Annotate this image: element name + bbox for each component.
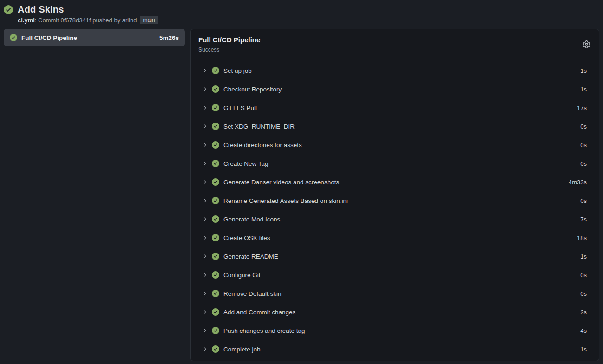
run-header-text: Add Skins ci.yml: Commit 0f678d341f push… bbox=[18, 4, 158, 24]
commit-line: ci.yml: Commit 0f678d341f pushed by arli… bbox=[18, 16, 137, 24]
job-success-check-circle-icon bbox=[10, 34, 17, 41]
step-name: Checkout Repository bbox=[223, 86, 282, 93]
step-success-check-circle-icon bbox=[212, 123, 219, 130]
step-success-check-circle-icon bbox=[212, 160, 219, 167]
step-name: Create directories for assets bbox=[223, 142, 302, 149]
step-duration: 1s bbox=[580, 67, 587, 74]
chevron-right-icon[interactable] bbox=[202, 309, 208, 315]
step-duration: 18s bbox=[577, 234, 587, 241]
gear-icon[interactable] bbox=[582, 39, 591, 49]
step-name: Create New Tag bbox=[223, 160, 269, 167]
step-duration: 0s bbox=[580, 160, 587, 167]
step-row[interactable]: Generate README 1s bbox=[191, 247, 599, 266]
job-status-text: Success bbox=[198, 46, 260, 53]
job-panel-titles: Full CI/CD Pipeline Success bbox=[198, 35, 260, 53]
steps-list: Set up job 1s Checkout Repository 1s Git… bbox=[191, 59, 599, 361]
step-duration: 0s bbox=[580, 123, 587, 130]
step-name: Rename Generated Assets Based on skin.in… bbox=[223, 197, 348, 204]
step-name: Remove Default skin bbox=[223, 290, 282, 297]
step-row[interactable]: Set up job 1s bbox=[191, 61, 599, 80]
chevron-right-icon[interactable] bbox=[202, 68, 208, 73]
step-duration: 1s bbox=[580, 346, 587, 353]
job-panel-title: Full CI/CD Pipeline bbox=[198, 35, 260, 45]
run-success-check-circle-icon bbox=[4, 5, 13, 14]
step-row[interactable]: Generate Mod Icons 7s bbox=[191, 210, 599, 228]
job-detail-panel: Full CI/CD Pipeline Success Set up job 1… bbox=[190, 29, 599, 361]
chevron-right-icon[interactable] bbox=[202, 291, 208, 296]
job-name: Full CI/CD Pipeline bbox=[21, 34, 77, 41]
step-duration: 4m33s bbox=[569, 179, 587, 186]
step-success-check-circle-icon bbox=[212, 67, 219, 74]
chevron-right-icon[interactable] bbox=[202, 346, 208, 352]
step-name: Push changes and create tag bbox=[223, 327, 305, 334]
step-duration: 1s bbox=[580, 253, 587, 260]
step-success-check-circle-icon bbox=[212, 308, 219, 316]
step-row[interactable]: Remove Default skin 0s bbox=[191, 284, 599, 303]
step-row[interactable]: Create New Tag 0s bbox=[191, 154, 599, 173]
step-row[interactable]: Set XDG_RUNTIME_DIR 0s bbox=[191, 117, 599, 136]
step-row[interactable]: Create OSK files 18s bbox=[191, 228, 599, 247]
chevron-right-icon[interactable] bbox=[202, 198, 208, 203]
step-duration: 0s bbox=[580, 272, 587, 279]
step-row[interactable]: Generate Danser videos and screenshots 4… bbox=[191, 173, 599, 191]
step-success-check-circle-icon bbox=[212, 345, 219, 353]
step-success-check-circle-icon bbox=[212, 141, 219, 149]
step-success-check-circle-icon bbox=[212, 327, 219, 334]
step-row[interactable]: Complete job 1s bbox=[191, 340, 599, 358]
step-success-check-circle-icon bbox=[212, 253, 219, 260]
content: Full CI/CD Pipeline 5m26s Full CI/CD Pip… bbox=[0, 24, 603, 361]
chevron-right-icon[interactable] bbox=[202, 328, 208, 333]
chevron-right-icon[interactable] bbox=[202, 216, 208, 222]
step-name: Git LFS Pull bbox=[223, 104, 257, 111]
step-name: Configure Git bbox=[223, 272, 261, 279]
step-duration: 0s bbox=[580, 197, 587, 204]
job-panel-header: Full CI/CD Pipeline Success bbox=[191, 29, 599, 59]
step-success-check-circle-icon bbox=[212, 197, 219, 204]
step-name: Generate Mod Icons bbox=[223, 216, 280, 223]
step-row[interactable]: Create directories for assets 0s bbox=[191, 136, 599, 154]
step-name: Add and Commit changes bbox=[223, 309, 295, 316]
chevron-right-icon[interactable] bbox=[202, 272, 208, 278]
run-subtitle: ci.yml: Commit 0f678d341f pushed by arli… bbox=[18, 16, 158, 24]
jobs-sidebar: Full CI/CD Pipeline 5m26s bbox=[4, 29, 185, 46]
step-row[interactable]: Push changes and create tag 4s bbox=[191, 321, 599, 340]
chevron-right-icon[interactable] bbox=[202, 105, 208, 110]
commit-text: : Commit 0f678d341f pushed by arlind bbox=[35, 17, 137, 24]
step-duration: 4s bbox=[580, 327, 587, 334]
step-name: Set up job bbox=[223, 67, 252, 74]
sidebar-job-item[interactable]: Full CI/CD Pipeline 5m26s bbox=[4, 29, 185, 46]
branch-badge[interactable]: main bbox=[140, 16, 158, 24]
run-header: Add Skins ci.yml: Commit 0f678d341f push… bbox=[0, 0, 603, 24]
step-row[interactable]: Checkout Repository 1s bbox=[191, 80, 599, 98]
chevron-right-icon[interactable] bbox=[202, 254, 208, 259]
run-title: Add Skins bbox=[18, 4, 158, 15]
step-success-check-circle-icon bbox=[212, 104, 219, 111]
workflow-file-name: ci.yml bbox=[18, 17, 35, 24]
step-name: Create OSK files bbox=[223, 234, 270, 241]
step-duration: 7s bbox=[580, 216, 587, 223]
step-name: Generate README bbox=[223, 253, 278, 260]
step-duration: 17s bbox=[577, 104, 587, 111]
step-duration: 0s bbox=[580, 290, 587, 297]
step-row[interactable]: Add and Commit changes 2s bbox=[191, 303, 599, 321]
job-duration: 5m26s bbox=[159, 34, 179, 41]
chevron-right-icon[interactable] bbox=[202, 161, 208, 166]
step-success-check-circle-icon bbox=[212, 271, 219, 279]
chevron-right-icon[interactable] bbox=[202, 124, 208, 129]
step-duration: 2s bbox=[580, 309, 587, 316]
step-name: Set XDG_RUNTIME_DIR bbox=[223, 123, 295, 130]
step-success-check-circle-icon bbox=[212, 215, 219, 223]
chevron-right-icon[interactable] bbox=[202, 179, 208, 185]
step-success-check-circle-icon bbox=[212, 290, 219, 297]
step-name: Generate Danser videos and screenshots bbox=[223, 179, 339, 186]
step-row[interactable]: Git LFS Pull 17s bbox=[191, 98, 599, 117]
step-duration: 1s bbox=[580, 86, 587, 93]
chevron-right-icon[interactable] bbox=[202, 235, 208, 240]
step-duration: 0s bbox=[580, 142, 587, 149]
step-success-check-circle-icon bbox=[212, 234, 219, 241]
step-row[interactable]: Rename Generated Assets Based on skin.in… bbox=[191, 191, 599, 210]
step-row[interactable]: Configure Git 0s bbox=[191, 266, 599, 284]
chevron-right-icon[interactable] bbox=[202, 142, 208, 148]
chevron-right-icon[interactable] bbox=[202, 86, 208, 92]
step-name: Complete job bbox=[223, 346, 261, 353]
